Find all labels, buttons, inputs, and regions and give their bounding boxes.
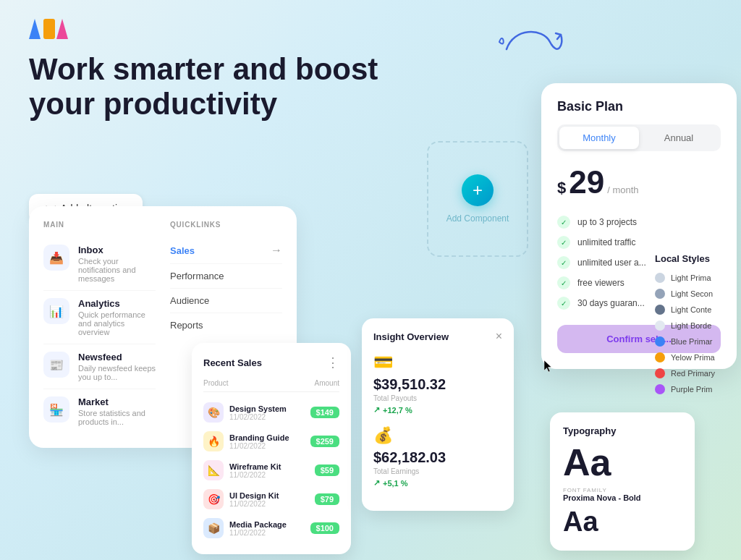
style-dot-5 [655,352,665,362]
sale-icon-5: 📦 [203,518,224,538]
typography-display-large: Aa [563,444,682,481]
sale-name-4: UI Design Kit [229,491,309,500]
sale-date-1: 11/02/2022 [229,413,305,421]
inbox-icon: 📥 [43,245,69,271]
sale-row-5: 📦 Media Package 11/02/2022 $100 [203,514,339,543]
style-dot-2 [655,305,665,315]
style-name-2: Light Conte [671,305,711,314]
insight-overview-card: Insight Overview × 💳 $39,510.32 Total Pa… [362,318,514,511]
feature-label-5: 30 days guaran... [577,298,645,308]
style-name-1: Light Secon [671,289,713,298]
check-icon-1: ✓ [557,216,570,229]
style-name-4: Blue Primar [671,337,712,346]
local-styles-panel: Local Styles Light Prima Light Secon Lig… [655,253,738,400]
earnings-change: ↗ +5,1 % [373,478,502,488]
feature-label-2: unlimited traffic [577,237,635,247]
feature-label-4: free viewers [577,278,624,288]
style-item-5: Yelow Prima [655,352,738,362]
quicklink-reports-label: Reports [170,320,203,331]
close-button[interactable]: × [496,330,502,343]
hero-title: Work smarter and boost your productivity [29,52,378,122]
sale-date-4: 11/02/2022 [229,500,309,508]
sale-amount-5: $100 [310,522,339,534]
trend-up-icon-2: ↗ [373,478,380,488]
style-name-5: Yelow Prima [671,353,715,362]
nav-item-analytics[interactable]: 📊 Analytics Quick performance and analyt… [43,291,156,344]
plan-feature-2: ✓ unlimited traffic [557,232,721,253]
add-component-icon: + [462,174,494,206]
sale-row-1: 🎨 Design System 11/02/2022 $149 [203,398,339,427]
sale-name-3: Wireframe Kit [229,462,309,471]
sale-amount-1: $149 [310,407,339,418]
price-dollar-sign: $ [557,179,566,198]
sale-amount-4: $79 [315,493,339,505]
annual-toggle[interactable]: Annual [639,127,719,149]
price-period: / month [607,184,638,195]
sale-icon-1: 🎨 [203,402,224,423]
insight-title: Insight Overview [373,331,449,342]
plan-feature-1: ✓ up to 3 projects [557,212,721,232]
col-amount-label: Amount [315,379,339,387]
feature-label-1: up to 3 projects [577,217,637,227]
sale-row-4: 🎯 UI Design Kit 11/02/2022 $79 [203,485,339,514]
font-family-label: FONT FAMILY [563,487,682,493]
style-dot-7 [655,384,665,394]
nav-analytics-sub: Quick performance and analytics overview [78,310,156,336]
nav-item-market[interactable]: 🏪 Market Store statistics and products i… [43,389,156,433]
nav-inbox-title: Inbox [78,245,156,255]
style-item-0: Light Prima [655,273,738,283]
style-item-4: Blue Primar [655,336,738,347]
col-product-label: Product [203,379,228,387]
market-icon: 🏪 [43,396,69,423]
sale-name-1: Design System [229,404,305,413]
add-component-placeholder[interactable]: + Add Component [427,141,528,257]
style-name-0: Light Prima [671,273,711,282]
quicklink-audience[interactable]: Audience [170,289,282,313]
sale-row-3: 📐 Wireframe Kit 11/02/2022 $59 [203,456,339,485]
style-dot-4 [655,336,665,347]
nav-item-inbox[interactable]: 📥 Inbox Check your notifications and mes… [43,237,156,291]
plan-price: $ 29 / month [557,164,721,200]
monthly-toggle[interactable]: Monthly [559,127,639,149]
recent-sales-title: Recent Sales [203,357,262,368]
nav-item-newsfeed[interactable]: 📰 Newsfeed Daily newsfeed keeps you up t… [43,344,156,389]
check-icon-4: ✓ [557,276,570,289]
check-icon-5: ✓ [557,297,570,310]
style-item-7: Purple Prim [655,384,738,394]
typography-card: Typography Aa FONT FAMILY Proxima Nova -… [550,412,695,551]
hero-section: Work smarter and boost your productivity [29,14,378,122]
payouts-value: $39,510.32 [373,376,502,393]
earnings-metric: 💰 $62,182.03 Total Earnings ↗ +5,1 % [373,426,502,488]
sale-date-2: 11/02/2022 [229,442,305,450]
style-item-2: Light Conte [655,305,738,315]
earnings-icon: 💰 [373,426,502,445]
nav-analytics-title: Analytics [78,298,156,309]
sale-date-3: 11/02/2022 [229,471,309,479]
quicklink-performance[interactable]: Performance [170,264,282,289]
arrow-doodle [492,20,579,64]
quicklink-sales[interactable]: Sales → [170,237,282,264]
add-component-label: Add Component [446,213,509,224]
nav-inbox-sub: Check your notifications and messages [78,257,156,283]
sale-date-5: 11/02/2022 [229,529,305,537]
check-icon-2: ✓ [557,236,570,249]
style-name-3: Light Borde [671,321,711,330]
price-amount: 29 [569,164,604,200]
style-dot-1 [655,289,665,299]
payouts-change: ↗ +12,7 % [373,405,502,415]
recent-sales-card: Recent Sales ⋮ Product Amount 🎨 Design S… [192,343,351,554]
payouts-change-value: +12,7 % [383,406,412,415]
style-name-6: Red Primary [671,369,715,378]
typography-title: Typography [563,425,682,436]
mouse-cursor [544,360,553,373]
typography-display-small: Aa [563,506,682,538]
earnings-change-value: +5,1 % [383,479,408,488]
dots-menu-icon[interactable]: ⋮ [326,355,339,370]
sale-name-2: Branding Guide [229,433,305,442]
quicklink-sales-label: Sales [170,245,195,256]
sale-icon-3: 📐 [203,460,224,480]
main-section-label: MAIN [43,221,156,229]
quicklink-reports[interactable]: Reports [170,313,282,337]
nav-market-title: Market [78,396,156,407]
style-item-6: Red Primary [655,368,738,378]
